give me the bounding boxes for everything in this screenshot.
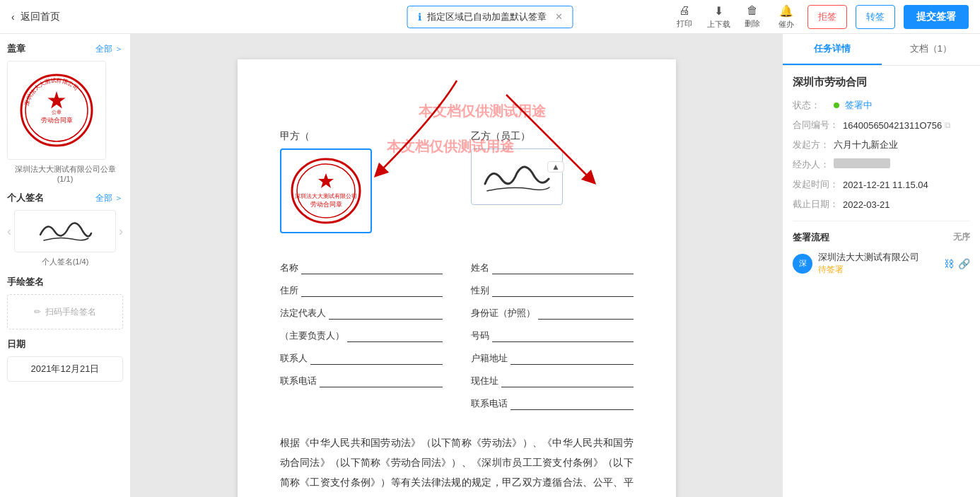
- parties-row: 甲方（ 深圳法大大测试有限公司 劳动合同章 乙方（员工）: [280, 130, 634, 239]
- start-time-row: 发起时间： 2021-12-21 11.15.04: [793, 178, 970, 191]
- flow-title: 签署流程 无序: [793, 231, 970, 244]
- doc-signature-svg: [474, 152, 559, 201]
- personal-sig-box[interactable]: [471, 148, 563, 205]
- seal-all-link[interactable]: 全部 ＞: [95, 43, 123, 55]
- right-panel: 任务详情 文档（1） 深圳市劳动合同 状态： 签署中 合同编号： 1640056…: [782, 34, 980, 497]
- flow-edit-icon[interactable]: 🔗: [958, 258, 970, 269]
- sig-prev-arrow[interactable]: ‹: [7, 224, 11, 239]
- right-tabs: 任务详情 文档（1）: [783, 34, 980, 66]
- contract-no-value: 164005650421311O756 ⧉: [843, 119, 951, 131]
- copy-contract-no-button[interactable]: ⧉: [945, 120, 951, 130]
- back-icon: ‹: [11, 11, 15, 23]
- handler-label: 经办人：: [793, 158, 829, 171]
- svg-point-6: [292, 159, 360, 223]
- personal-sig-label: 个人签名(1/4): [7, 257, 123, 267]
- seal-section-title: 盖章: [7, 42, 25, 55]
- notification-bar: ℹ 指定区域已自动加盖默认签章 ✕: [407, 6, 573, 28]
- party-a-col: 甲方（ 深圳法大大测试有限公司 劳动合同章: [280, 130, 443, 239]
- seal-section-header: 盖章 全部 ＞: [7, 42, 123, 55]
- form-field-current-address: 现住址: [471, 373, 634, 387]
- svg-point-7: [297, 164, 355, 218]
- initiator-row: 发起方： 六月十九新企业: [793, 139, 970, 151]
- delete-button[interactable]: 🗑 删除: [740, 4, 765, 29]
- status-dot: [834, 103, 839, 108]
- form-field-main-responsible: （主要负责人）: [280, 328, 443, 342]
- start-time-label: 发起时间：: [793, 178, 839, 191]
- contract-title: 深圳市劳动合同: [793, 76, 970, 89]
- deadline-row: 截止日期： 2022-03-21: [793, 198, 970, 211]
- form-fields-container: 名称 住所 法定代表人 （主要负责人）: [280, 260, 634, 419]
- doc-seal-svg: 深圳法大大测试有限公司 劳动合同章: [287, 156, 365, 226]
- main-layout: 盖章 全部 ＞ 深圳法大大测试有限公司 劳动合同章 公章: [0, 34, 980, 497]
- deadline-label: 截止日期：: [793, 198, 839, 211]
- date-header: 日期: [7, 338, 123, 351]
- flow-company-name: 深圳法大大测试有限公司: [818, 251, 938, 264]
- personal-sig-svg: [33, 214, 97, 249]
- sig-image-box[interactable]: [14, 210, 116, 252]
- personal-sig-all[interactable]: 全部 ＞: [95, 192, 123, 204]
- form-field-legal-rep: 法定代表人: [280, 305, 443, 320]
- form-field-huji: 户籍地址: [471, 351, 634, 365]
- flow-item: 深 深圳法大大测试有限公司 待签署 ⛓ 🔗: [793, 251, 970, 276]
- remind-label: 催办: [778, 19, 794, 30]
- svg-text:劳动合同章: 劳动合同章: [310, 201, 342, 208]
- toolbar: ‹ 返回首页 ℹ 指定区域已自动加盖默认签章 ✕ 🖨 打印 ⬇ 上下载 🗑 删除…: [0, 0, 980, 34]
- divider: [793, 221, 970, 221]
- start-time-value: 2021-12-21 11.15.04: [843, 178, 928, 191]
- svg-text:深圳法大大测试有限公司: 深圳法大大测试有限公司: [24, 77, 80, 106]
- sig-carousel: ‹ ›: [7, 210, 123, 252]
- form-fields-right: 姓名 性别 身份证（护照） 号码: [471, 260, 634, 419]
- delete-icon: 🗑: [747, 4, 758, 17]
- status-label: 状态：: [793, 99, 829, 112]
- handwrite-scan-button[interactable]: ✏ 扫码手绘签名: [7, 294, 123, 329]
- status-value: 签署中: [834, 99, 873, 112]
- close-icon[interactable]: ✕: [555, 11, 563, 22]
- scan-icon: ✏: [34, 307, 41, 317]
- watermark-1: 本文档仅供测试用途: [419, 102, 546, 121]
- contract-no-row: 合同编号： 164005650421311O756 ⧉: [793, 119, 970, 131]
- party-a-label: 甲方（: [280, 130, 443, 143]
- date-value[interactable]: 2021年12月21日: [7, 356, 123, 382]
- submit-button[interactable]: 提交签署: [904, 5, 969, 29]
- remind-button[interactable]: 🔔 催办: [774, 4, 799, 30]
- sig-next-arrow[interactable]: ›: [119, 224, 123, 239]
- reject-button[interactable]: 拒签: [807, 5, 847, 29]
- left-panel: 盖章 全部 ＞ 深圳法大大测试有限公司 劳动合同章 公章: [0, 34, 131, 497]
- flow-link-icon[interactable]: ⛓: [944, 258, 954, 269]
- initiator-value: 六月十九新企业: [834, 139, 898, 151]
- form-field-id: 身份证（护照）: [471, 305, 634, 320]
- remind-icon: 🔔: [779, 4, 793, 18]
- flow-avatar: 深: [793, 254, 812, 274]
- print-label: 打印: [677, 18, 692, 29]
- download-icon: ⬇: [714, 4, 723, 18]
- download-button[interactable]: ⬇ 上下载: [706, 4, 731, 30]
- initiator-label: 发起方：: [793, 139, 829, 151]
- flow-actions: ⛓ 🔗: [944, 258, 970, 269]
- seal-thumbnail[interactable]: 深圳法大大测试有限公司 劳动合同章 公章: [7, 61, 106, 160]
- svg-marker-8: [318, 173, 334, 188]
- tab-task-detail[interactable]: 任务详情: [783, 34, 882, 65]
- form-field-address: 住所: [280, 283, 443, 297]
- personal-sig-header: 个人签名 全部 ＞: [7, 192, 123, 204]
- handwrite-label: 扫码手绘签名: [45, 306, 96, 318]
- transfer-button[interactable]: 转签: [856, 5, 895, 29]
- delete-label: 删除: [745, 18, 760, 29]
- company-seal-box[interactable]: 深圳法大大测试有限公司 劳动合同章: [280, 148, 372, 233]
- status-row: 状态： 签署中: [793, 99, 970, 112]
- flow-status: 待签署: [818, 264, 938, 276]
- print-button[interactable]: 🖨 打印: [672, 4, 697, 29]
- scroll-up-button[interactable]: ▲: [547, 161, 564, 173]
- handler-value: [834, 158, 890, 168]
- party-b-col: 乙方（员工）: [471, 130, 634, 239]
- back-button[interactable]: ‹ 返回首页: [11, 11, 60, 23]
- doc-page: 本文档仅供测试用途 本文档仅供测试用途 甲方（: [238, 59, 676, 497]
- svg-text:深圳法大大测试有限公司: 深圳法大大测试有限公司: [295, 193, 357, 199]
- tab-document[interactable]: 文档（1）: [882, 34, 981, 65]
- form-field-phone-a: 联系电话: [280, 373, 443, 387]
- doc-area: ▲ 本文档仅供测试用途 本文档仅供测试用途 甲方（: [131, 34, 782, 497]
- info-icon: ℹ: [418, 11, 421, 23]
- handwrite-header: 手绘签名: [7, 276, 123, 288]
- deadline-value: 2022-03-21: [843, 198, 890, 211]
- right-content: 深圳市劳动合同 状态： 签署中 合同编号： 164005650421311O75…: [783, 66, 980, 290]
- contract-no-label: 合同编号：: [793, 119, 839, 131]
